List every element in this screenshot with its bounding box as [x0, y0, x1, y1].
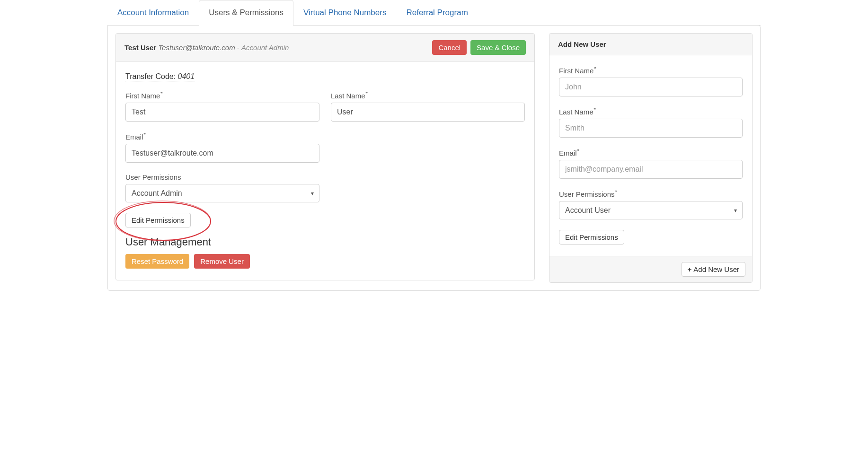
user-management-heading: User Management: [125, 236, 525, 248]
add-user-permissions-select[interactable]: Account User: [559, 201, 743, 219]
edit-user-header: Test User Testuser@talkroute.com - Accou…: [116, 34, 534, 62]
email-label: Email: [125, 132, 525, 141]
remove-user-button[interactable]: Remove User: [194, 254, 250, 269]
email-input[interactable]: [125, 144, 319, 163]
add-first-name-label: First Name: [559, 66, 743, 75]
first-name-label: First Name: [125, 91, 319, 100]
user-permissions-label: User Permissions: [125, 173, 525, 181]
add-last-name-label: Last Name: [559, 107, 743, 116]
add-email-label: Email: [559, 148, 743, 157]
tab-account-information[interactable]: Account Information: [107, 0, 199, 25]
add-first-name-input[interactable]: [559, 78, 743, 96]
last-name-label: Last Name: [331, 91, 525, 100]
tabs-bar: Account Information Users & Permissions …: [107, 0, 761, 26]
transfer-code: Transfer Code: 0401: [125, 72, 195, 81]
tab-users-permissions[interactable]: Users & Permissions: [199, 0, 293, 25]
edit-user-email: Testuser@talkroute.com: [158, 44, 235, 52]
add-new-user-button[interactable]: +Add New User: [682, 262, 745, 277]
edit-user-panel: Test User Testuser@talkroute.com - Accou…: [115, 33, 535, 280]
save-close-button[interactable]: Save & Close: [470, 40, 526, 55]
add-email-input[interactable]: [559, 160, 743, 179]
tab-virtual-phone-numbers[interactable]: Virtual Phone Numbers: [293, 0, 396, 25]
add-last-name-input[interactable]: [559, 119, 743, 138]
add-edit-permissions-button[interactable]: Edit Permissions: [559, 230, 624, 244]
add-user-title: Add New User: [558, 40, 606, 48]
edit-permissions-button[interactable]: Edit Permissions: [125, 213, 191, 227]
add-user-permissions-label: User Permissions: [559, 189, 743, 198]
add-user-panel: Add New User First Name Last Name Email: [549, 33, 753, 283]
edit-user-separator: -: [237, 44, 241, 52]
tab-content: Test User Testuser@talkroute.com - Accou…: [107, 25, 761, 291]
reset-password-button[interactable]: Reset Password: [125, 254, 189, 269]
add-new-user-label: Add New User: [693, 265, 739, 273]
user-permissions-select[interactable]: Account Admin: [125, 184, 319, 202]
edit-user-name: Test User: [124, 44, 156, 52]
tab-referral-program[interactable]: Referral Program: [396, 0, 478, 25]
transfer-code-label: Transfer Code:: [125, 72, 178, 80]
plus-icon: +: [688, 265, 692, 273]
cancel-button[interactable]: Cancel: [432, 40, 467, 55]
first-name-input[interactable]: [125, 103, 319, 122]
transfer-code-value: 0401: [178, 72, 195, 80]
last-name-input[interactable]: [331, 103, 525, 122]
edit-user-role: Account Admin: [241, 44, 289, 52]
